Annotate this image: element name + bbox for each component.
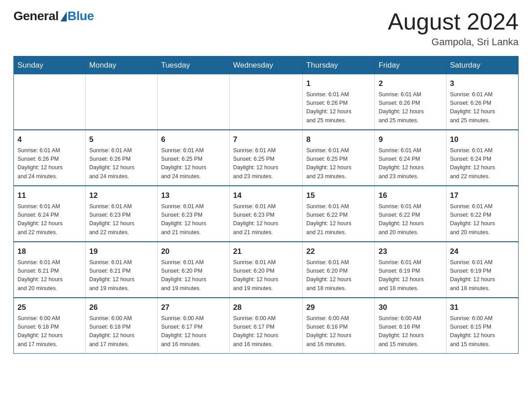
calendar-day-cell: 16Sunrise: 6:01 AMSunset: 6:22 PMDayligh… [375, 186, 446, 242]
day-info: Sunrise: 6:01 AMSunset: 6:25 PMDaylight:… [306, 146, 371, 181]
day-of-week-header: Friday [375, 56, 446, 75]
day-of-week-header: Wednesday [229, 56, 302, 75]
calendar-day-cell: 24Sunrise: 6:01 AMSunset: 6:19 PMDayligh… [446, 242, 518, 298]
day-info: Sunrise: 6:00 AMSunset: 6:15 PMDaylight:… [450, 314, 515, 349]
day-of-week-header: Tuesday [157, 56, 229, 75]
day-info: Sunrise: 6:01 AMSunset: 6:26 PMDaylight:… [450, 90, 515, 125]
day-number: 16 [378, 190, 442, 201]
day-info: Sunrise: 6:01 AMSunset: 6:23 PMDaylight:… [233, 202, 299, 237]
calendar-day-cell: 28Sunrise: 6:00 AMSunset: 6:17 PMDayligh… [229, 298, 302, 354]
day-number: 3 [450, 78, 515, 90]
calendar-day-cell [14, 74, 86, 130]
calendar-day-cell [86, 74, 157, 130]
logo-general-text: General [13, 9, 59, 23]
day-number: 12 [89, 190, 153, 201]
day-info: Sunrise: 6:01 AMSunset: 6:21 PMDaylight:… [17, 258, 82, 293]
day-number: 20 [161, 246, 226, 257]
day-number: 18 [17, 246, 82, 257]
day-number: 23 [378, 246, 442, 257]
day-number: 25 [17, 302, 82, 313]
day-info: Sunrise: 6:01 AMSunset: 6:25 PMDaylight:… [161, 146, 226, 181]
day-number: 2 [378, 78, 442, 90]
day-number: 9 [378, 134, 442, 146]
day-info: Sunrise: 6:00 AMSunset: 6:18 PMDaylight:… [89, 314, 153, 349]
day-number: 14 [233, 190, 299, 201]
logo-blue-text: Blue [68, 9, 94, 23]
day-info: Sunrise: 6:00 AMSunset: 6:16 PMDaylight:… [306, 314, 371, 349]
calendar-day-cell: 23Sunrise: 6:01 AMSunset: 6:19 PMDayligh… [375, 242, 446, 298]
day-number: 26 [89, 302, 153, 313]
day-info: Sunrise: 6:01 AMSunset: 6:23 PMDaylight:… [89, 202, 153, 237]
day-number: 5 [89, 134, 153, 146]
day-info: Sunrise: 6:01 AMSunset: 6:25 PMDaylight:… [233, 146, 299, 181]
day-number: 22 [306, 246, 371, 257]
day-info: Sunrise: 6:01 AMSunset: 6:21 PMDaylight:… [89, 258, 153, 293]
day-info: Sunrise: 6:01 AMSunset: 6:26 PMDaylight:… [378, 90, 442, 125]
calendar-day-cell: 9Sunrise: 6:01 AMSunset: 6:24 PMDaylight… [375, 130, 446, 186]
calendar-week-row: 11Sunrise: 6:01 AMSunset: 6:24 PMDayligh… [14, 186, 519, 242]
day-info: Sunrise: 6:01 AMSunset: 6:19 PMDaylight:… [450, 258, 515, 293]
day-info: Sunrise: 6:01 AMSunset: 6:20 PMDaylight:… [233, 258, 299, 293]
location-subtitle: Gampola, Sri Lanka [388, 36, 519, 48]
day-info: Sunrise: 6:01 AMSunset: 6:24 PMDaylight:… [378, 146, 442, 181]
calendar-header-row: SundayMondayTuesdayWednesdayThursdayFrid… [14, 56, 519, 75]
calendar-day-cell: 17Sunrise: 6:01 AMSunset: 6:22 PMDayligh… [446, 186, 518, 242]
day-number: 1 [306, 78, 371, 90]
month-year-title: August 2024 [388, 9, 519, 34]
day-number: 17 [450, 190, 515, 201]
calendar-day-cell: 30Sunrise: 6:00 AMSunset: 6:16 PMDayligh… [375, 298, 446, 354]
day-number: 13 [161, 190, 226, 201]
day-info: Sunrise: 6:01 AMSunset: 6:19 PMDaylight:… [378, 258, 442, 293]
day-number: 31 [450, 302, 515, 313]
calendar-day-cell: 6Sunrise: 6:01 AMSunset: 6:25 PMDaylight… [157, 130, 229, 186]
day-info: Sunrise: 6:00 AMSunset: 6:17 PMDaylight:… [161, 314, 226, 349]
day-number: 29 [306, 302, 371, 313]
calendar-day-cell: 29Sunrise: 6:00 AMSunset: 6:16 PMDayligh… [302, 298, 375, 354]
calendar-day-cell: 8Sunrise: 6:01 AMSunset: 6:25 PMDaylight… [302, 130, 375, 186]
logo-triangle-icon [60, 12, 67, 21]
calendar-day-cell [229, 74, 302, 130]
day-of-week-header: Monday [86, 56, 157, 75]
calendar-week-row: 4Sunrise: 6:01 AMSunset: 6:26 PMDaylight… [14, 130, 519, 186]
day-info: Sunrise: 6:01 AMSunset: 6:23 PMDaylight:… [161, 202, 226, 237]
day-info: Sunrise: 6:01 AMSunset: 6:26 PMDaylight:… [306, 90, 371, 125]
day-info: Sunrise: 6:01 AMSunset: 6:22 PMDaylight:… [378, 202, 442, 237]
day-of-week-header: Saturday [446, 56, 518, 75]
calendar-day-cell: 1Sunrise: 6:01 AMSunset: 6:26 PMDaylight… [302, 74, 375, 130]
calendar-day-cell: 7Sunrise: 6:01 AMSunset: 6:25 PMDaylight… [229, 130, 302, 186]
calendar-day-cell: 26Sunrise: 6:00 AMSunset: 6:18 PMDayligh… [86, 298, 157, 354]
day-number: 10 [450, 134, 515, 146]
calendar-week-row: 1Sunrise: 6:01 AMSunset: 6:26 PMDaylight… [14, 74, 519, 130]
day-info: Sunrise: 6:00 AMSunset: 6:17 PMDaylight:… [233, 314, 299, 349]
day-info: Sunrise: 6:01 AMSunset: 6:22 PMDaylight:… [450, 202, 515, 237]
day-info: Sunrise: 6:01 AMSunset: 6:22 PMDaylight:… [306, 202, 371, 237]
day-number: 28 [233, 302, 299, 313]
day-of-week-header: Sunday [14, 56, 86, 75]
calendar-table: SundayMondayTuesdayWednesdayThursdayFrid… [13, 56, 519, 354]
calendar-day-cell: 10Sunrise: 6:01 AMSunset: 6:24 PMDayligh… [446, 130, 518, 186]
calendar-week-row: 18Sunrise: 6:01 AMSunset: 6:21 PMDayligh… [14, 242, 519, 298]
page-header: General Blue August 2024 Gampola, Sri La… [13, 9, 519, 48]
day-info: Sunrise: 6:01 AMSunset: 6:26 PMDaylight:… [89, 146, 153, 181]
calendar-day-cell: 22Sunrise: 6:01 AMSunset: 6:20 PMDayligh… [302, 242, 375, 298]
calendar-day-cell: 2Sunrise: 6:01 AMSunset: 6:26 PMDaylight… [375, 74, 446, 130]
day-number: 30 [378, 302, 442, 313]
calendar-day-cell: 5Sunrise: 6:01 AMSunset: 6:26 PMDaylight… [86, 130, 157, 186]
day-number: 19 [89, 246, 153, 257]
calendar-day-cell: 4Sunrise: 6:01 AMSunset: 6:26 PMDaylight… [14, 130, 86, 186]
calendar-day-cell: 18Sunrise: 6:01 AMSunset: 6:21 PMDayligh… [14, 242, 86, 298]
calendar-day-cell: 25Sunrise: 6:00 AMSunset: 6:18 PMDayligh… [14, 298, 86, 354]
calendar-day-cell: 21Sunrise: 6:01 AMSunset: 6:20 PMDayligh… [229, 242, 302, 298]
calendar-day-cell: 19Sunrise: 6:01 AMSunset: 6:21 PMDayligh… [86, 242, 157, 298]
calendar-day-cell: 14Sunrise: 6:01 AMSunset: 6:23 PMDayligh… [229, 186, 302, 242]
calendar-day-cell: 3Sunrise: 6:01 AMSunset: 6:26 PMDaylight… [446, 74, 518, 130]
day-number: 15 [306, 190, 371, 201]
day-info: Sunrise: 6:00 AMSunset: 6:16 PMDaylight:… [378, 314, 442, 349]
day-info: Sunrise: 6:01 AMSunset: 6:20 PMDaylight:… [306, 258, 371, 293]
day-number: 24 [450, 246, 515, 257]
calendar-day-cell: 27Sunrise: 6:00 AMSunset: 6:17 PMDayligh… [157, 298, 229, 354]
calendar-day-cell: 31Sunrise: 6:00 AMSunset: 6:15 PMDayligh… [446, 298, 518, 354]
title-block: August 2024 Gampola, Sri Lanka [388, 9, 519, 48]
calendar-week-row: 25Sunrise: 6:00 AMSunset: 6:18 PMDayligh… [14, 298, 519, 354]
day-info: Sunrise: 6:01 AMSunset: 6:24 PMDaylight:… [17, 202, 82, 237]
